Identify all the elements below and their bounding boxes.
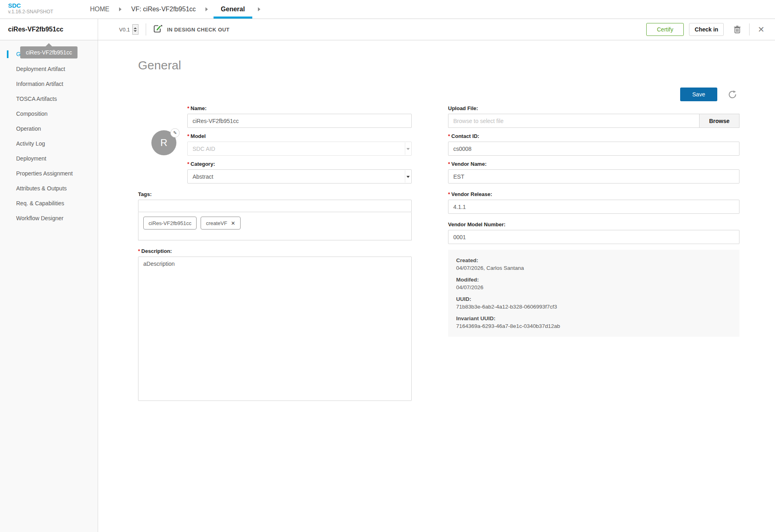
required-marker: *: [448, 191, 450, 197]
sidebar-item-label: Deployment: [16, 155, 46, 162]
sidebar-item-workflow-designer[interactable]: Workflow Designer: [0, 211, 98, 226]
remove-tag-icon[interactable]: ✕: [231, 220, 235, 226]
breadcrumb-general[interactable]: General: [214, 0, 252, 19]
save-button[interactable]: Save: [680, 88, 717, 101]
sidebar-item-composition[interactable]: Composition: [0, 106, 98, 121]
tag-chip[interactable]: ciRes-VF2fb951cc: [143, 217, 197, 229]
breadcrumb-vf[interactable]: VF: ciRes-VF2fb951cc: [127, 0, 200, 19]
sidebar-item-label: Information Artifact: [16, 81, 63, 87]
asset-title-panel: ciRes-VF2fb951cc: [0, 19, 98, 40]
page-layout: General Deployment Artifact Information …: [0, 40, 775, 532]
checkin-button[interactable]: Check in: [689, 23, 724, 36]
form-left-column: R ✎ *Name: *Model SDC AID *Categ: [138, 88, 412, 408]
breadcrumb-general-label: General: [221, 6, 245, 13]
sidebar-item-attributes-outputs[interactable]: Attributes & Outputs: [0, 181, 98, 196]
required-marker: *: [187, 133, 189, 139]
vendor-name-label: *Vendor Name:: [448, 161, 739, 167]
vendor-model-label: Vendor Model Number:: [448, 221, 739, 227]
asset-name-tooltip: ciRes-VF2fb951cc: [20, 46, 78, 58]
sidebar-item-operation[interactable]: Operation: [0, 121, 98, 136]
description-field-group: *Description: aDescription: [138, 248, 412, 403]
sidebar-item-req-capabilities[interactable]: Req. & Capabilities: [0, 196, 98, 211]
sidebar-item-deployment-artifact[interactable]: Deployment Artifact: [0, 62, 98, 77]
version-selector[interactable]: [132, 24, 138, 35]
vendor-release-input[interactable]: [448, 200, 739, 214]
checkout-icon: [153, 25, 163, 35]
breadcrumb: HOME VF: ciRes-VF2fb951cc General: [86, 0, 266, 19]
category-select[interactable]: Abstract: [187, 169, 412, 184]
sidebar-item-information-artifact[interactable]: Information Artifact: [0, 77, 98, 92]
logo-text: SDC: [8, 2, 86, 9]
invariant-uuid-meta: Invariant UUID: 7164369a-6293-46a7-8e1c-…: [456, 315, 731, 330]
name-input[interactable]: [187, 114, 412, 128]
uuid-meta: UUID: 71b83b3e-6ab2-4a12-b328-0606993f7c…: [456, 295, 731, 311]
sidebar-item-activity-log[interactable]: Activity Log: [0, 136, 98, 151]
contact-id-input[interactable]: [448, 142, 739, 156]
vendor-model-field-group: Vendor Model Number:: [448, 221, 739, 244]
spinner-down-icon: [134, 30, 137, 32]
tag-chip[interactable]: createVF✕: [201, 217, 241, 229]
asset-actions: Certify Check in ✕: [646, 23, 767, 36]
sidebar-item-label: Composition: [16, 111, 48, 117]
version-label: V0.1: [119, 27, 130, 33]
chevron-down-icon: [406, 176, 410, 178]
tags-input[interactable]: [138, 200, 412, 212]
vendor-name-input[interactable]: [448, 169, 739, 184]
required-marker: *: [448, 161, 450, 167]
upload-file-input[interactable]: [448, 114, 699, 128]
certify-button[interactable]: Certify: [646, 23, 684, 36]
created-meta: Created: 04/07/2026, Carlos Santana: [456, 257, 731, 272]
sidebar-item-deployment[interactable]: Deployment: [0, 151, 98, 166]
sidebar-item-label: Workflow Designer: [16, 215, 63, 221]
modified-meta: Modifed: 04/07/2026: [456, 276, 731, 291]
save-row: Save: [448, 88, 739, 101]
breadcrumb-vf-label: VF: ciRes-VF2fb951cc: [131, 6, 196, 13]
uuid-value: 71b83b3e-6ab2-4a12-b328-0606993f7cf3: [456, 303, 731, 311]
vendor-model-input[interactable]: [448, 230, 739, 244]
description-label: *Description:: [138, 248, 412, 254]
vendor-release-field-group: *Vendor Release:: [448, 191, 739, 214]
delete-button[interactable]: [731, 23, 744, 36]
tag-chip-label: ciRes-VF2fb951cc: [149, 220, 191, 226]
tags-field-group: Tags: ciRes-VF2fb951cc createVF✕: [138, 191, 412, 240]
upload-group: Browse: [448, 114, 739, 128]
created-label: Created:: [456, 257, 731, 264]
uuid-label: UUID:: [456, 295, 731, 303]
sidebar-item-label: TOSCA Artifacts: [16, 96, 57, 102]
contact-field-group: *Contact ID:: [448, 133, 739, 156]
sidebar-item-label: Attributes & Outputs: [16, 185, 67, 192]
upload-label: Upload File:: [448, 105, 739, 111]
tags-label: Tags:: [138, 191, 412, 197]
sdc-logo[interactable]: SDC v.1.16.2-SNAPSHOT: [0, 0, 86, 19]
close-icon[interactable]: ✕: [755, 23, 767, 36]
sidebar-item-properties-assignment[interactable]: Properties Assignment: [0, 166, 98, 181]
lifecycle-state-label: IN DESIGN CHECK OUT: [167, 27, 230, 33]
app-version: v.1.16.2-SNAPSHOT: [8, 9, 86, 15]
invariant-uuid-label: Invariant UUID:: [456, 315, 731, 322]
name-field-group: *Name:: [187, 105, 412, 128]
category-field-group: *Category: Abstract: [187, 161, 412, 184]
breadcrumb-arrow-icon: [119, 7, 121, 11]
required-marker: *: [187, 161, 189, 167]
divider: [146, 23, 146, 35]
upload-field-group: Upload File: Browse: [448, 105, 739, 128]
tags-chips-container: ciRes-VF2fb951cc createVF✕: [138, 212, 412, 240]
select-divider: [405, 170, 405, 183]
revert-icon[interactable]: [725, 88, 739, 102]
asset-header: ciRes-VF2fb951cc V0.1 IN DESIGN CHECK OU…: [0, 19, 775, 40]
category-label: *Category:: [187, 161, 412, 167]
breadcrumb-home[interactable]: HOME: [86, 0, 113, 19]
select-divider: [405, 142, 405, 155]
sidebar-item-tosca-artifacts[interactable]: TOSCA Artifacts: [0, 92, 98, 106]
divider: [749, 23, 750, 35]
description-textarea[interactable]: aDescription: [138, 257, 412, 401]
spinner-up-icon: [134, 27, 137, 29]
tag-chip-label: createVF: [206, 220, 227, 226]
page-title: General: [138, 58, 775, 72]
main-content: General R ✎ *Name: *Model SDC AID: [98, 40, 775, 532]
browse-button[interactable]: Browse: [699, 114, 739, 128]
sidebar: General Deployment Artifact Information …: [0, 40, 98, 532]
model-select: SDC AID: [187, 142, 412, 156]
required-marker: *: [187, 105, 189, 111]
edit-icon-button[interactable]: ✎: [170, 128, 180, 138]
